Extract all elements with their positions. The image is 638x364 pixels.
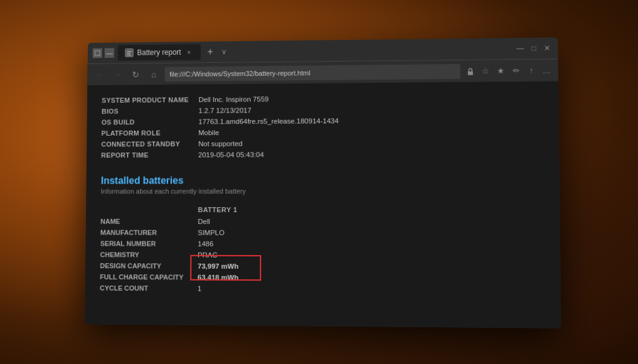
table-row: CHEMISTRY PRAC — [100, 249, 545, 261]
system-info-value: 17763.1.amd64fre.rs5_release.180914-1434 — [198, 114, 543, 127]
system-info-value: Not supported — [198, 136, 543, 149]
close-icon[interactable]: ✕ — [541, 44, 553, 52]
browser-window: — Battery report × + ∨ — □ — [85, 37, 561, 328]
share-icon[interactable]: ↑ — [525, 64, 538, 77]
battery-info-label: NAME — [100, 215, 198, 226]
system-info-table: SYSTEM PRODUCT NAME Dell Inc. Inspiron 7… — [101, 91, 543, 160]
battery-info-value: 73,997 mWh — [198, 260, 545, 273]
lock-icon — [464, 65, 477, 77]
maximize-icon[interactable]: □ — [529, 44, 539, 52]
taskbar-icon[interactable] — [93, 48, 103, 58]
tab-close-button[interactable]: × — [184, 47, 193, 56]
table-row: CONNECTED STANDBY Not supported — [101, 136, 543, 149]
new-tab-button[interactable]: + — [203, 44, 218, 59]
active-tab[interactable]: Battery report × — [118, 44, 201, 60]
installed-batteries-section: Installed batteries Information about ea… — [100, 174, 545, 296]
home-button[interactable]: ⌂ — [146, 67, 161, 82]
favorites-icon[interactable]: ☆ — [479, 64, 492, 77]
battery-info-label: CYCLE COUNT — [100, 282, 198, 294]
table-row: NAME Dell — [100, 215, 545, 227]
battery-info-label: SERIAL NUMBER — [100, 238, 198, 249]
address-bar: ← → ↻ ⌂ ☆ ★ ✏ ↑ … — [87, 58, 558, 85]
tab-favicon — [125, 48, 134, 57]
system-info-label: REPORT TIME — [101, 149, 198, 160]
tab-dropdown-icon[interactable]: ∨ — [221, 47, 227, 56]
favorites-bar-icon[interactable]: ★ — [495, 64, 508, 77]
table-row: CYCLE COUNT 1 — [100, 282, 545, 296]
minimize-icon[interactable]: — — [514, 44, 527, 52]
address-bar-actions: ☆ ★ ✏ ↑ … — [464, 63, 553, 77]
system-info-value: Mobile — [198, 125, 543, 138]
refresh-button[interactable]: ↻ — [128, 67, 143, 82]
battery-table: BATTERY 1 NAME Dell MANUFACTURER SIMPLO … — [100, 203, 545, 296]
section-title: Installed batteries — [101, 174, 544, 186]
battery-info-label: DESIGN CAPACITY — [100, 260, 198, 272]
table-row: MANUFACTURER SIMPLO — [100, 226, 545, 238]
battery-info-label: MANUFACTURER — [100, 226, 198, 238]
window-action-buttons: — □ ✕ — [514, 44, 553, 53]
col-header-battery1: BATTERY 1 — [198, 203, 545, 215]
battery-info-value: 1486 — [198, 238, 545, 250]
system-info-label: SYSTEM PRODUCT NAME — [102, 94, 199, 106]
battery-info-value: PRAC — [198, 249, 545, 261]
window-controls: — — [93, 48, 115, 58]
svg-rect-5 — [468, 71, 473, 75]
section-subtitle: Information about each currently install… — [101, 187, 545, 195]
table-row: SERIAL NUMBER 1486 — [100, 238, 545, 250]
minimize-button[interactable]: — — [105, 48, 115, 58]
battery-info-label: FULL CHARGE CAPACITY — [100, 271, 198, 282]
system-info-label: CONNECTED STANDBY — [101, 138, 198, 149]
battery-info-value: Dell — [198, 215, 545, 227]
col-header-label — [100, 203, 198, 216]
forward-button[interactable]: → — [110, 67, 125, 82]
system-info-value: 2019-05-04 05:43:04 — [198, 147, 544, 160]
system-info-label: BIOS — [102, 105, 199, 116]
battery-info-value: SIMPLO — [198, 226, 545, 238]
battery-table-wrapper: BATTERY 1 NAME Dell MANUFACTURER SIMPLO … — [100, 203, 545, 296]
tab-label: Battery report — [137, 48, 181, 57]
url-input[interactable] — [164, 63, 460, 81]
svg-rect-0 — [95, 50, 100, 55]
battery-info-label: CHEMISTRY — [100, 249, 198, 260]
tab-area: Battery report × + ∨ — [118, 40, 510, 61]
page-content: SYSTEM PRODUCT NAME Dell Inc. Inspiron 7… — [85, 81, 561, 328]
system-info-label: PLATFORM ROLE — [102, 127, 199, 139]
more-icon[interactable]: … — [540, 63, 553, 76]
notes-icon[interactable]: ✏ — [510, 64, 523, 77]
back-button[interactable]: ← — [92, 67, 107, 82]
table-row: REPORT TIME 2019-05-04 05:43:04 — [101, 147, 543, 161]
battery-info-value: 63,418 mWh — [198, 271, 545, 284]
system-info-label: OS BUILD — [102, 116, 199, 128]
battery-info-value: 1 — [198, 282, 545, 296]
